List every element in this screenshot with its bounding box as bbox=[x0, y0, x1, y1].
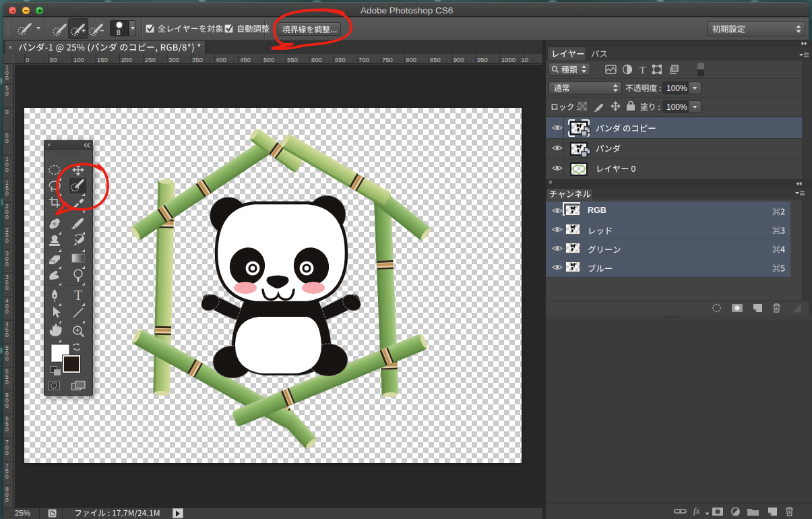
svg-text:T: T bbox=[74, 288, 82, 303]
svg-text:T: T bbox=[639, 65, 646, 75]
